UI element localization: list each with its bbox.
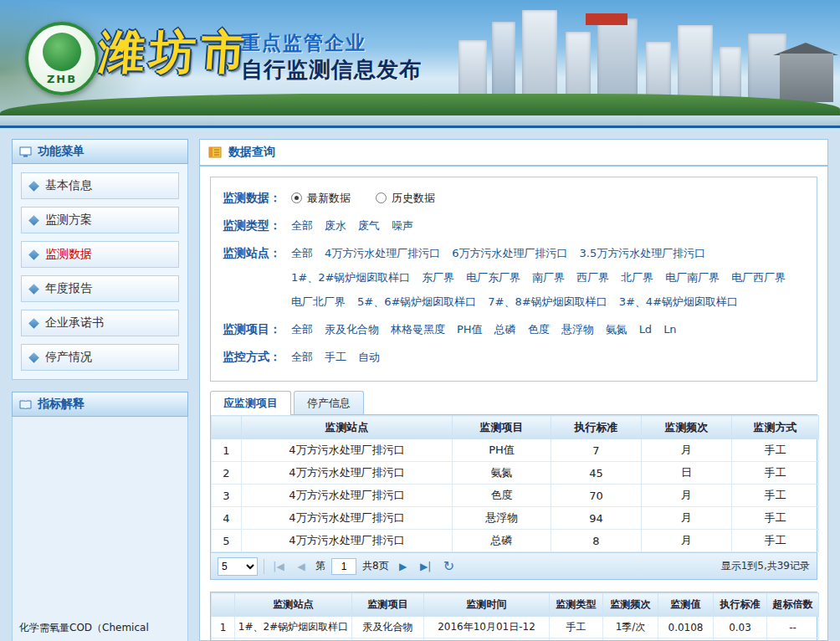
cell-frequency: 日 [642, 462, 732, 485]
filter-option-link[interactable]: Ld [639, 319, 653, 340]
sidebar-menu-item[interactable]: 监测数据 [21, 241, 179, 268]
filter-option-link[interactable]: 3.5万方污水处理厂排污口 [580, 243, 706, 264]
radio-label: 历史数据 [392, 187, 435, 208]
table-row[interactable]: 2 4万方污水处理厂排污口 氨氮 45 日 手工 [212, 462, 819, 485]
diamond-icon [28, 249, 39, 260]
filter-row-item: 监测项目： 全部汞及化合物林格曼黑度PH值总磷色度悬浮物氨氮LdLn [223, 319, 805, 340]
filter-option-link[interactable]: 悬浮物 [561, 319, 594, 340]
cell-station: 4万方污水处理厂排污口 [242, 439, 453, 462]
table-row[interactable]: 5 4万方污水处理厂排污口 总磷 8 月 手工 [212, 530, 819, 552]
tab[interactable]: 应监测项目 [210, 391, 291, 415]
cell-station: 4万方污水处理厂排污口 [242, 530, 453, 552]
row-index: 1 [212, 439, 242, 462]
filter-option-link[interactable]: 电厂东厂界 [466, 267, 520, 288]
filter-option-link[interactable]: 1#、2#锅炉烟囱取样口 [291, 267, 410, 288]
diamond-icon [28, 318, 39, 329]
filter-option-link[interactable]: 汞及化合物 [325, 319, 379, 340]
last-page-button[interactable]: ▶| [417, 557, 434, 576]
sidebar-menu-item[interactable]: 年度报告 [21, 275, 179, 302]
filter-option-link[interactable]: PH值 [457, 319, 483, 340]
monitoring-items-table-container: 监测站点监测项目执行标准监测频次监测方式 1 4万方污水处理厂排污口 PH值 7… [210, 414, 817, 580]
cell-time: 2016年10月01日-12 [424, 617, 550, 638]
first-page-button[interactable]: |◀ [270, 557, 287, 576]
filter-option-link[interactable]: 林格曼黑度 [391, 319, 445, 340]
cell-value: 0.0108 [658, 617, 714, 638]
cell-frequency: 月 [642, 507, 732, 530]
filter-option-link[interactable]: 7#、8#锅炉烟囱取样口 [488, 291, 607, 312]
table-row[interactable]: 3 4万方污水处理厂排污口 色度 70 月 手工 [212, 485, 819, 507]
radio-icon[interactable] [376, 192, 387, 203]
column-header: 监测项目 [352, 593, 424, 617]
main-content: 数据查询 监测数据： 最新数据 历史数据 监测类型： [199, 139, 828, 641]
filter-option-link[interactable]: 电厂南厂界 [665, 267, 720, 288]
sidebar-menu-item[interactable]: 基本信息 [21, 172, 179, 199]
page-number-input[interactable] [331, 558, 356, 575]
table-row[interactable]: 1 1#、2#锅炉烟囱取样口 汞及化合物 2016年10月01日-12 手工 1… [212, 617, 819, 638]
menu-item-label: 企业承诺书 [45, 315, 104, 331]
sidebar-menu-item[interactable]: 监测方案 [21, 207, 179, 233]
radio-option[interactable]: 历史数据 [376, 187, 435, 208]
cell-method: 手工 [732, 507, 819, 530]
diamond-icon [28, 352, 39, 363]
filter-option-link[interactable]: 全部 [291, 346, 313, 367]
table-row[interactable]: 2 1#、2#锅炉烟囱取样口 林格曼黑度 2016年10月01日-12 手工 1… [212, 638, 819, 641]
refresh-icon[interactable]: ↻ [443, 558, 454, 574]
column-header: 监测类型 [550, 593, 603, 617]
filter-label: 监测数据： [223, 187, 291, 208]
filter-option-link[interactable]: 5#、6#锅炉烟囱取样口 [357, 291, 476, 312]
cell-type: 手工 [550, 617, 603, 638]
filter-option-link[interactable]: 氨氮 [606, 319, 627, 340]
monitor-icon [19, 146, 32, 157]
filter-option-link[interactable]: 电厂北厂界 [291, 291, 346, 312]
sidebar-menu-item[interactable]: 停产情况 [21, 344, 179, 371]
filter-label: 监测站点： [223, 243, 291, 312]
filter-option-link[interactable]: 南厂界 [532, 267, 565, 288]
table-row[interactable]: 1 4万方污水处理厂排污口 PH值 7 月 手工 [212, 439, 819, 462]
tab[interactable]: 停产信息 [294, 391, 364, 415]
filter-option-link[interactable]: 电厂西厂界 [731, 267, 786, 288]
building-shape [566, 32, 591, 100]
filter-option-link[interactable]: 西厂界 [576, 267, 609, 288]
filter-option-link[interactable]: 东厂界 [422, 267, 454, 288]
sidebar-menu-item[interactable]: 企业承诺书 [21, 310, 179, 336]
radio-icon[interactable] [291, 192, 302, 203]
menu-item-label: 监测数据 [45, 247, 92, 262]
filter-option-link[interactable]: 废水 [325, 215, 346, 236]
filter-option-link[interactable]: 噪声 [392, 215, 413, 236]
site-logo: ZHB [25, 22, 99, 95]
radio-group: 最新数据 历史数据 [291, 187, 448, 208]
cell-frequency: 月 [642, 485, 732, 507]
row-index: 1 [212, 617, 235, 638]
filter-option-link[interactable]: 自动 [358, 346, 380, 367]
filter-option-link[interactable]: 3#、4#锅炉烟囱取样口 [619, 291, 738, 312]
site-title-line2: 自行监测信息发布 [241, 55, 422, 85]
filter-option-link[interactable]: Ln [663, 319, 676, 340]
cell-standard: 0.03 [714, 617, 767, 638]
pagination-bar: 5 |◀ ◀ 第 共8页 ▶ ▶| ↻ 显示1到5,共39记录 [211, 552, 817, 579]
column-header: 监测站点 [235, 593, 352, 617]
row-index: 4 [212, 507, 242, 530]
total-pages-label: 共8页 [362, 559, 389, 573]
cell-frequency: 1季/次 [603, 617, 658, 638]
page-size-select[interactable]: 5 [218, 557, 258, 576]
page-prefix-label: 第 [315, 559, 325, 573]
table-row[interactable]: 4 4万方污水处理厂排污口 悬浮物 94 月 手工 [212, 507, 819, 530]
prev-page-button[interactable]: ◀ [293, 557, 310, 576]
filter-option-link[interactable]: 北厂界 [621, 267, 653, 288]
filter-option-link[interactable]: 总磷 [494, 319, 516, 340]
filter-option-link[interactable]: 全部 [291, 215, 313, 236]
next-page-button[interactable]: ▶ [395, 557, 412, 576]
building-shape [522, 10, 557, 100]
radio-label: 最新数据 [307, 187, 351, 208]
filter-option-link[interactable]: 手工 [325, 346, 346, 367]
filter-option-link[interactable]: 全部 [291, 243, 313, 264]
filter-option-link[interactable]: 6万方污水处理厂排污口 [452, 243, 567, 264]
filter-option-link[interactable]: 废气 [358, 215, 380, 236]
filter-option-link[interactable]: 全部 [291, 319, 313, 340]
building-shape [720, 47, 741, 100]
cell-standard: 70 [551, 485, 642, 507]
filter-option-link[interactable]: 4万方污水处理厂排污口 [325, 243, 440, 264]
radio-option[interactable]: 最新数据 [291, 187, 351, 208]
filter-row-method: 监控方式： 全部手工自动 [223, 346, 805, 367]
filter-option-link[interactable]: 色度 [528, 319, 550, 340]
